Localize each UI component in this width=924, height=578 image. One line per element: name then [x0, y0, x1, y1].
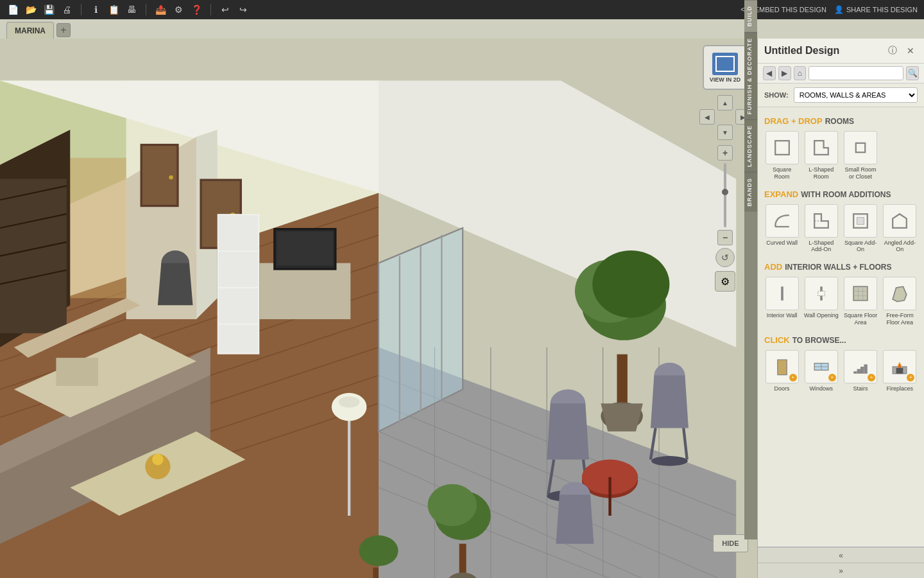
svg-point-61 — [427, 484, 476, 527]
side-tabs: BUILD FURNISH & DECORATE LANDSCAPE BRAND… — [744, 0, 757, 539]
collapse-up-button[interactable]: « — [758, 547, 924, 563]
panel-title: Untitled Design — [764, 45, 839, 57]
close-panel-icon[interactable]: ✕ — [903, 44, 918, 58]
expand-grid: Curved Wall L-Shaped Add-On — [764, 204, 918, 254]
doors-item[interactable]: + Doors — [764, 350, 800, 392]
curved-wall-item[interactable]: Curved Wall — [764, 204, 800, 254]
svg-point-86 — [359, 536, 398, 566]
svg-rect-57 — [617, 355, 627, 410]
pages-icon[interactable]: 📋 — [107, 3, 120, 16]
svg-rect-87 — [373, 568, 379, 578]
forward-button[interactable]: ▶ — [778, 66, 791, 80]
redo-icon[interactable]: ↪ — [237, 3, 250, 16]
svg-rect-45 — [259, 263, 350, 319]
room-scene — [0, 39, 757, 578]
nav-up-button[interactable]: ▲ — [717, 95, 733, 110]
zoom-thumb — [722, 189, 728, 195]
hide-button[interactable]: HIDE — [713, 534, 748, 552]
square-addon-item[interactable]: Square Add-On — [843, 204, 878, 254]
show-row: SHOW: ROOMS, WALLS & AREAS FURNITURE ALL — [758, 83, 924, 107]
side-tab-landscape[interactable]: LANDSCAPE — [744, 119, 757, 172]
svg-rect-103 — [857, 217, 864, 224]
svg-rect-122 — [864, 364, 868, 373]
svg-marker-96 — [814, 141, 828, 155]
svg-point-81 — [339, 396, 360, 407]
home-button[interactable]: ⌂ — [794, 66, 807, 80]
nav-left-button[interactable]: ◀ — [699, 109, 715, 125]
interior-wall-item[interactable]: Interior Wall — [764, 277, 800, 326]
small-room-item[interactable]: Small Room or Closet — [843, 131, 878, 180]
export-icon[interactable]: 📤 — [154, 3, 167, 16]
svg-rect-44 — [219, 325, 258, 353]
tabbar: MARINA + — [0, 19, 924, 39]
side-tab-build[interactable]: BUILD — [744, 0, 757, 32]
open-icon[interactable]: 📂 — [24, 3, 37, 16]
settings-icon[interactable]: ⚙ — [172, 3, 185, 16]
side-tab-brands[interactable]: BRANDS — [744, 172, 757, 212]
print-icon[interactable]: 🖨 — [60, 3, 73, 16]
panel-nav: ◀ ▶ ⌂ 🔍 — [758, 64, 924, 83]
svg-point-39 — [169, 175, 173, 180]
main-layout: VIEW IN 2D ◀ ▶ ▲ ▼ + − ↺ ⚙ — [0, 39, 924, 578]
svg-rect-119 — [853, 371, 857, 374]
zoom-out-button[interactable]: − — [717, 230, 733, 245]
new-icon[interactable]: 📄 — [6, 3, 19, 16]
browse-grid: + Doors + Windows — [764, 350, 918, 392]
svg-rect-107 — [820, 296, 823, 301]
zoom-in-button[interactable]: + — [717, 145, 733, 161]
collapse-down-button[interactable]: » — [758, 563, 924, 578]
tab-marina[interactable]: MARINA — [6, 22, 54, 39]
blueprint-icon — [712, 53, 738, 75]
svg-marker-78 — [556, 495, 594, 543]
back-button[interactable]: ◀ — [763, 66, 776, 80]
l-shaped-addon-item[interactable]: L-Shaped Add-On — [803, 204, 839, 254]
square-room-item[interactable]: Square Room — [764, 131, 800, 180]
freeform-floor-item[interactable]: Free-Form Floor Area — [882, 277, 918, 326]
share-button[interactable]: 👤 SHARE THIS DESIGN — [834, 5, 918, 14]
settings-overlay-button[interactable]: ⚙ — [715, 271, 735, 292]
print2-icon[interactable]: 🖶 — [125, 3, 138, 16]
svg-marker-70 — [651, 375, 689, 428]
toolbar: 📄 📂 💾 🖨 ℹ 📋 🖶 📤 ⚙ ❓ ↩ ↪ </> EMBED THIS D… — [0, 0, 924, 19]
stairs-item[interactable]: + Stairs — [843, 350, 878, 392]
wall-opening-item[interactable]: Wall Opening — [803, 277, 839, 326]
svg-point-56 — [592, 250, 669, 318]
svg-rect-28 — [0, 179, 67, 333]
windows-item[interactable]: + Windows — [803, 350, 839, 392]
info-icon[interactable]: ℹ — [89, 3, 102, 16]
svg-rect-97 — [856, 143, 865, 152]
info-panel-icon[interactable]: ⓘ — [886, 44, 900, 58]
panel-content: DRAG + DROP ROOMS Square Room — [758, 107, 924, 547]
show-label: SHOW: — [764, 91, 789, 99]
undo-icon[interactable]: ↩ — [219, 3, 232, 16]
angled-addon-item[interactable]: Angled Add-On — [882, 204, 918, 254]
section-expand-header: EXPAND WITH ROOM ADDITIONS — [764, 189, 918, 199]
show-select[interactable]: ROOMS, WALLS & AREAS FURNITURE ALL — [794, 87, 918, 103]
search-button[interactable]: 🔍 — [906, 66, 919, 80]
fireplaces-item[interactable]: + Fireplaces — [882, 350, 918, 392]
add-tab-button[interactable]: + — [56, 23, 71, 37]
rotate-button[interactable]: ↺ — [715, 248, 735, 267]
nav-down-button[interactable]: ▼ — [717, 125, 733, 140]
zoom-controls: + − — [717, 145, 733, 245]
section-interior-header: ADD INTERIOR WALLS + FLOORS — [764, 262, 918, 272]
svg-rect-106 — [820, 286, 823, 291]
panel-bottom: « » — [758, 547, 924, 578]
canvas-area[interactable]: VIEW IN 2D ◀ ▶ ▲ ▼ + − ↺ ⚙ — [0, 39, 757, 578]
help-icon[interactable]: ❓ — [190, 3, 203, 16]
svg-marker-65 — [547, 403, 589, 459]
svg-marker-114 — [893, 286, 907, 301]
zoom-slider[interactable] — [724, 163, 726, 227]
search-input[interactable] — [809, 66, 903, 80]
side-tab-furnish[interactable]: FURNISH & DECORATE — [744, 32, 757, 119]
save-icon[interactable]: 💾 — [42, 3, 55, 16]
l-shaped-room-item[interactable]: L-Shaped Room — [803, 131, 839, 180]
svg-marker-104 — [893, 214, 907, 228]
interior-grid: Interior Wall Wall Opening — [764, 277, 918, 326]
svg-rect-108 — [817, 292, 825, 296]
svg-rect-105 — [781, 286, 783, 301]
square-floor-item[interactable]: Square Floor Area — [843, 277, 878, 326]
section-browse-header: CLICK TO BROWSE... — [764, 335, 918, 345]
panel-header-icons: ⓘ ✕ — [886, 44, 918, 58]
view-2d-button[interactable]: VIEW IN 2D — [703, 45, 748, 90]
